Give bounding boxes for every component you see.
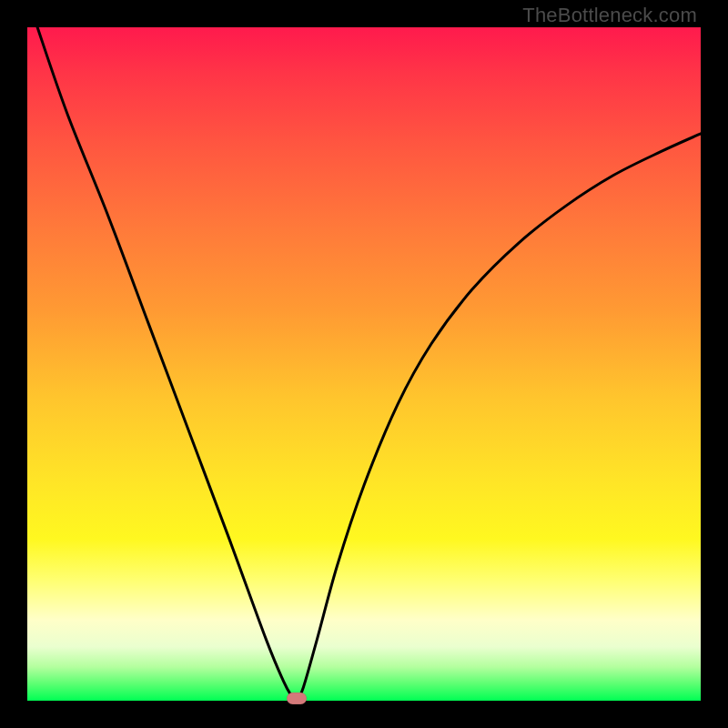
bottleneck-curve xyxy=(27,27,701,701)
chart-frame: TheBottleneck.com xyxy=(0,0,728,728)
watermark-text: TheBottleneck.com xyxy=(522,4,697,27)
optimum-marker xyxy=(287,693,307,704)
